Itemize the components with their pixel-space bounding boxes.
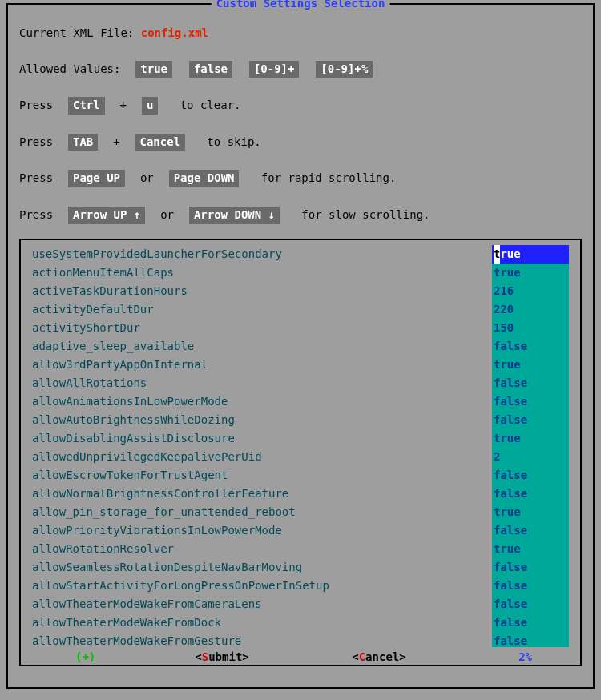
settings-row[interactable]: allowRotationResolvertrue — [30, 540, 569, 558]
setting-name: allowDisablingAssistDisclosure — [30, 429, 492, 448]
app-root: Custom Settings Selection Current XML Fi… — [0, 0, 601, 700]
settings-row[interactable]: allowAllRotationsfalse — [30, 374, 569, 392]
setting-value[interactable]: false — [492, 337, 569, 356]
settings-row[interactable]: allowTheaterModeWakeFromCameraLensfalse — [30, 595, 569, 614]
setting-value[interactable]: true — [492, 429, 569, 448]
settings-row[interactable]: activityShortDur150 — [30, 319, 569, 337]
current-xml-line: Current XML File: config.xml — [19, 26, 582, 42]
dialog-title: Custom Settings Selection — [212, 0, 390, 10]
settings-list[interactable]: useSystemProvidedLauncherForSecondarytru… — [30, 245, 569, 647]
setting-value[interactable]: false — [492, 614, 569, 632]
setting-value[interactable]: false — [492, 411, 569, 429]
setting-name: allowStartActivityForLongPressOnPowerInS… — [30, 577, 492, 595]
setting-value[interactable]: 2 — [492, 448, 569, 466]
settings-row[interactable]: allowDisablingAssistDisclosuretrue — [30, 429, 569, 448]
settings-row[interactable]: useSystemProvidedLauncherForSecondarytru… — [30, 245, 569, 264]
setting-value[interactable]: true — [492, 245, 569, 264]
setting-name: allow_pin_storage_for_unattended_reboot — [30, 503, 492, 521]
key-u: u — [142, 97, 158, 115]
submit-button[interactable]: <Submit> — [195, 650, 248, 663]
setting-name: allowedUnprivilegedKeepalivePerUid — [30, 448, 492, 466]
setting-name: allowTheaterModeWakeFromDock — [30, 614, 492, 632]
setting-value[interactable]: false — [492, 485, 569, 503]
settings-row[interactable]: adaptive_sleep_availablefalse — [30, 337, 569, 356]
allowed-value: false — [189, 61, 232, 78]
settings-row[interactable]: allowStartActivityForLongPressOnPowerInS… — [30, 577, 569, 595]
setting-value[interactable]: false — [492, 558, 569, 577]
setting-name: allowAllRotations — [30, 374, 492, 392]
setting-value[interactable]: 150 — [492, 319, 569, 337]
hint-clear: Press Ctrl + u to clear. — [19, 97, 582, 115]
setting-name: allowAutoBrightnessWhileDozing — [30, 411, 492, 429]
setting-name: activityShortDur — [30, 319, 492, 337]
allowed-value: [0-9]+ — [249, 61, 300, 78]
setting-value[interactable]: false — [492, 595, 569, 614]
key-pageup: Page UP — [68, 170, 125, 187]
settings-row[interactable]: allowNormalBrightnessControllerFeaturefa… — [30, 485, 569, 503]
current-xml-label: Current XML File: — [19, 26, 141, 39]
setting-value[interactable]: 216 — [492, 282, 569, 300]
setting-value[interactable]: true — [492, 356, 569, 374]
allowed-value: [0-9]+% — [316, 61, 373, 78]
settings-row[interactable]: allowTheaterModeWakeFromGesturefalse — [30, 632, 569, 647]
hint-skip: Press TAB + Cancel to skip. — [19, 134, 582, 151]
allowed-values-label: Allowed Values: — [19, 62, 120, 75]
setting-name: actionMenuItemAllCaps — [30, 264, 492, 282]
setting-name: activeTaskDurationHours — [30, 282, 492, 300]
setting-name: allow3rdPartyAppOnInternal — [30, 356, 492, 374]
setting-value[interactable]: true — [492, 503, 569, 521]
setting-name: allowTheaterModeWakeFromCameraLens — [30, 595, 492, 614]
key-arrowup: Arrow UP ↑ — [68, 207, 145, 224]
key-cancel: Cancel — [135, 134, 185, 151]
settings-row[interactable]: activeTaskDurationHours216 — [30, 282, 569, 300]
setting-name: allowTheaterModeWakeFromGesture — [30, 632, 492, 647]
setting-value[interactable]: false — [492, 632, 569, 647]
setting-value[interactable]: false — [492, 577, 569, 595]
settings-row[interactable]: allowAnimationsInLowPowerModefalse — [30, 392, 569, 411]
setting-value[interactable]: false — [492, 392, 569, 411]
setting-name: useSystemProvidedLauncherForSecondary — [30, 245, 492, 264]
settings-row[interactable]: allowSeamlessRotationDespiteNavBarMoving… — [30, 558, 569, 577]
setting-value[interactable]: 220 — [492, 300, 569, 319]
setting-value[interactable]: true — [492, 540, 569, 558]
settings-row[interactable]: allow3rdPartyAppOnInternaltrue — [30, 356, 569, 374]
settings-row[interactable]: allowEscrowTokenForTrustAgentfalse — [30, 466, 569, 485]
settings-row[interactable]: activityDefaultDur220 — [30, 300, 569, 319]
settings-row[interactable]: allowPriorityVibrationsInLowPowerModefal… — [30, 521, 569, 540]
settings-list-frame: useSystemProvidedLauncherForSecondarytru… — [19, 239, 582, 666]
setting-name: adaptive_sleep_available — [30, 337, 492, 356]
key-ctrl: Ctrl — [68, 97, 105, 115]
settings-row[interactable]: allowTheaterModeWakeFromDockfalse — [30, 614, 569, 632]
key-tab: TAB — [68, 134, 98, 151]
key-arrowdown: Arrow DOWN ↓ — [189, 207, 280, 224]
hint-rapid: Press Page UP or Page DOWN for rapid scr… — [19, 170, 582, 187]
settings-row[interactable]: allow_pin_storage_for_unattended_reboott… — [30, 503, 569, 521]
setting-value[interactable]: false — [492, 466, 569, 485]
key-pagedown: Page DOWN — [169, 170, 240, 187]
allowed-value: true — [135, 61, 172, 78]
settings-row[interactable]: allowAutoBrightnessWhileDozingfalse — [30, 411, 569, 429]
scroll-percent: 2% — [518, 650, 532, 663]
setting-name: allowEscrowTokenForTrustAgent — [30, 466, 492, 485]
settings-row[interactable]: allowedUnprivilegedKeepalivePerUid2 — [30, 448, 569, 466]
settings-row[interactable]: actionMenuItemAllCapstrue — [30, 264, 569, 282]
current-xml-file: config.xml — [141, 26, 208, 39]
setting-name: activityDefaultDur — [30, 300, 492, 319]
allowed-values-line: Allowed Values: true false [0-9]+ [0-9]+… — [19, 61, 582, 78]
setting-name: allowRotationResolver — [30, 540, 492, 558]
hint-slow: Press Arrow UP ↑ or Arrow DOWN ↓ for slo… — [19, 207, 582, 224]
dialog-footer: (+) <Submit> <Cancel> 2% — [21, 649, 580, 665]
setting-name: allowPriorityVibrationsInLowPowerMode — [30, 521, 492, 540]
setting-name: allowAnimationsInLowPowerMode — [30, 392, 492, 411]
dialog-frame: Custom Settings Selection Current XML Fi… — [6, 3, 595, 689]
setting-value[interactable]: false — [492, 374, 569, 392]
setting-name: allowNormalBrightnessControllerFeature — [30, 485, 492, 503]
setting-value[interactable]: true — [492, 264, 569, 282]
setting-name: allowSeamlessRotationDespiteNavBarMoving — [30, 558, 492, 577]
setting-value[interactable]: false — [492, 521, 569, 540]
cancel-button[interactable]: <Cancel> — [352, 650, 405, 663]
